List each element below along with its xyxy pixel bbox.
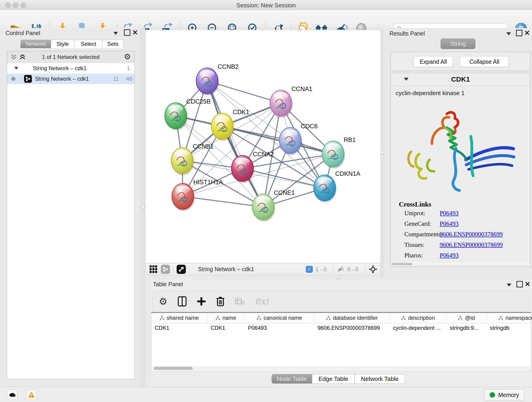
collection-expand-icon[interactable] (14, 67, 18, 70)
column-header-shared-name[interactable]: shared name (152, 313, 207, 323)
left-splitter-handle[interactable] (141, 205, 145, 209)
table-type-tabs: Node TableEdge TableNetwork Table (150, 374, 532, 384)
crosslink-label-genecard-: GeneCard: (404, 220, 431, 227)
node-label-CCNA1: CCNA1 (291, 85, 312, 92)
cell-shared-name[interactable]: CDK1 (152, 323, 207, 333)
node-CDKN1A[interactable]: CDKN1A (314, 170, 360, 203)
column-header-name[interactable]: name (207, 313, 245, 323)
control-panel-maximize-button[interactable] (124, 29, 130, 36)
crosslink-value-pharos-[interactable]: P06493 (440, 252, 459, 259)
column-header-label: @id (465, 315, 475, 321)
edge-CCNB2-CCNE1[interactable] (207, 81, 263, 207)
cell-name[interactable]: CDK1 (207, 323, 245, 333)
tree-icon (215, 316, 220, 320)
function-builder-button-disabled: f(x) (255, 297, 268, 306)
network-options-gear-icon[interactable]: ⚙ (124, 52, 131, 61)
node-HIST1H1A[interactable]: HIST1H1A (172, 179, 223, 211)
table-horizontal-scrollbar[interactable] (152, 366, 530, 370)
table-panel-close-button[interactable]: ✕ (525, 280, 530, 288)
collapse-all-button[interactable]: Collapse All (460, 56, 509, 67)
crosslink-value-uniprot-[interactable]: P06493 (440, 210, 459, 217)
cell-database-identifier[interactable]: 9606.ENSP00000378699 (314, 323, 390, 333)
table-panel-title: Table Panel (153, 281, 183, 288)
bottom-splitter-handle[interactable] (336, 276, 340, 280)
network-list-header: 1 of 1 Network selected ⚙ (7, 51, 134, 63)
node-label-CCNE1: CCNE1 (274, 189, 295, 196)
column-header-label: shared name (167, 315, 199, 321)
tab-sets[interactable]: Sets (102, 40, 123, 48)
show-columns-icon[interactable] (177, 296, 187, 307)
column-header-namespace[interactable]: namespace (487, 313, 532, 323)
network-row-selected[interactable]: String Network – cdk1 11 48 (7, 74, 134, 84)
tab-style[interactable]: Style (51, 40, 75, 48)
column-header-label: database identifier (333, 315, 378, 321)
results-panel-float-button[interactable] (506, 32, 511, 36)
delete-column-trash-icon[interactable] (216, 296, 225, 307)
collection-name: String Network – cdk1 (33, 65, 87, 71)
column-header--id[interactable]: @id (447, 313, 487, 323)
table-panel: Table Panel ✕ ⚙ f(x) shared namenamecano… (150, 280, 532, 387)
crosslink-value-genecard-[interactable]: P06493 (440, 220, 459, 227)
tab-edge-table[interactable]: Edge Table (312, 374, 355, 384)
node-RB1[interactable]: RB1 (322, 136, 356, 169)
expand-collapse-box: Expand All Collapse All (390, 52, 531, 71)
edge-HIST1H1A-CCNE1[interactable] (183, 196, 263, 207)
crosslink-value-tissues-[interactable]: 9606.ENSP00000378699 (440, 241, 503, 249)
gene-card-header[interactable]: CDK1 (391, 73, 530, 86)
crosslink-label-uniprot-: Uniprot: (404, 210, 425, 217)
hidden-items-eye-slash-icon[interactable] (337, 266, 345, 273)
cell-namespace[interactable]: stringdb (487, 323, 532, 333)
table-options-gear-icon[interactable]: ⚙ (159, 296, 167, 307)
tab-network-table[interactable]: Network Table (355, 374, 405, 384)
card-scrollbar-thumb[interactable] (392, 263, 413, 265)
expand-all-button[interactable]: Expand All (413, 56, 453, 67)
node-table-data-row[interactable]: CDK1CDK1P064939606.ENSP00000378699cyclin… (152, 323, 531, 333)
column-header-description[interactable]: description (390, 313, 447, 323)
node-label-HIST1H1A: HIST1H1A (193, 179, 223, 186)
right-splitter[interactable] (381, 30, 384, 278)
cell-description[interactable]: cyclin-dependent ... (390, 323, 447, 333)
node-CCNE1[interactable]: CCNE1 (252, 189, 295, 222)
node-CCNB2[interactable]: CCNB2 (196, 63, 239, 96)
table-panel-float-button[interactable] (507, 283, 511, 287)
gene-description: cyclin-dependent kinase 1 (396, 89, 465, 97)
node-CCNB1[interactable]: CCNB1 (171, 143, 214, 175)
node-label-RB1: RB1 (344, 136, 356, 143)
memory-button[interactable]: Memory (484, 389, 524, 400)
card-scrollbar[interactable] (392, 262, 530, 266)
detach-view-button[interactable] (177, 265, 186, 274)
birdseye-toggle-button[interactable] (161, 265, 170, 274)
left-splitter[interactable] (140, 28, 145, 387)
node-CDC6[interactable]: CDC6 (279, 123, 318, 155)
tab-select[interactable]: Select (74, 40, 103, 48)
cell-canonical-name[interactable]: P06493 (245, 323, 314, 333)
cytoscape-window: { "window": { "title": "Session: New Ses… (0, 0, 532, 402)
tab-network[interactable]: Network (20, 40, 51, 48)
network-edge-count: 48 (126, 76, 132, 82)
cloud-status-button[interactable] (7, 389, 17, 400)
crosslink-value-compartments-[interactable]: 9606.ENSP00000378699 (440, 231, 503, 238)
tab-string[interactable]: String (441, 38, 475, 49)
control-panel-close-button[interactable]: ✕ (132, 28, 138, 36)
node-table: shared namenamecanonical namedatabase id… (151, 312, 531, 371)
column-header-canonical-name[interactable]: canonical name (245, 313, 314, 323)
cell--id[interactable]: stringdb:9... (447, 323, 487, 333)
tree-icon (326, 316, 331, 320)
node-label-CDK1: CDK1 (233, 109, 249, 115)
create-column-plus-icon[interactable] (197, 297, 206, 306)
grid-view-icon[interactable] (150, 265, 157, 273)
hidden-counts: 0 - 0 (347, 266, 358, 273)
column-header-database-identifier[interactable]: database identifier (314, 313, 390, 323)
warnings-button[interactable] (26, 389, 37, 400)
results-panel-close-button[interactable]: ✕ (524, 29, 530, 37)
results-panel-maximize-button[interactable] (516, 30, 522, 36)
table-panel-maximize-button[interactable] (516, 281, 523, 287)
selected-items-checkbox[interactable]: ✓ (306, 266, 313, 273)
network-canvas[interactable]: CCNB2CCNA1CDC25BCDK1CDC6RB1CCNB1CCNA2CDK… (145, 30, 381, 263)
bottom-splitter[interactable] (145, 275, 381, 280)
control-panel-float-button[interactable] (114, 32, 118, 36)
tab-node-table[interactable]: Node Table (272, 374, 312, 384)
collection-row[interactable]: String Network – cdk1 1 (7, 63, 134, 74)
reset-view-crosshair-icon[interactable] (369, 265, 377, 274)
table-scrollbar-thumb[interactable] (154, 367, 193, 370)
